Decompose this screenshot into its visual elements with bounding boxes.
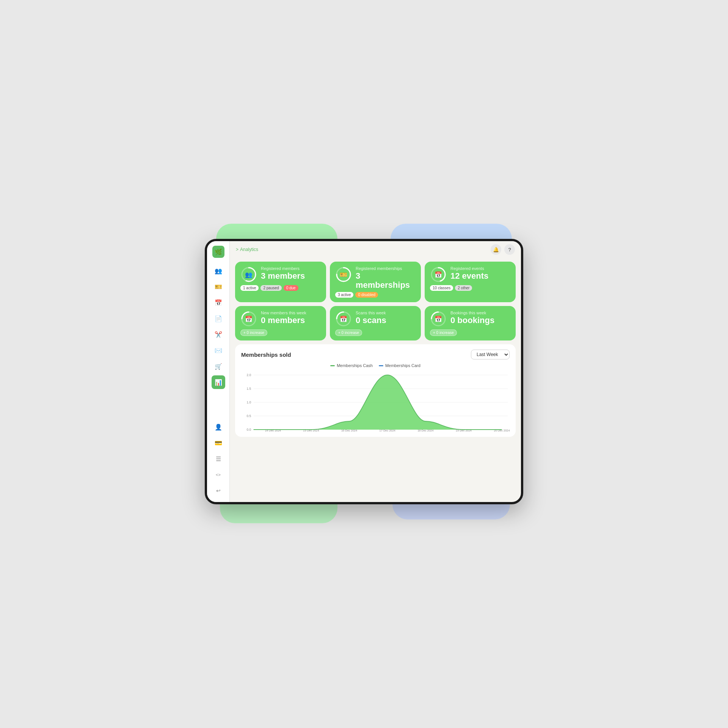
notification-button[interactable]: 🔔 [491, 244, 501, 255]
chart-svg: 0.0 0.5 1.0 1.5 2.0 14 [241, 371, 510, 431]
sidebar-item-shop[interactable]: 🛒 [212, 359, 225, 373]
members-label: Registered members [261, 266, 321, 271]
stat-registered-memberships: 🎫 Registered memberships 3 memberships 3… [330, 262, 421, 302]
memberships-badges: 3 active 0 disabled [335, 292, 416, 298]
legend-cash-dot [330, 365, 335, 366]
badge-active: 3 active [335, 292, 353, 298]
badge-increase: + 0 increase [335, 329, 362, 336]
sidebar-item-card[interactable]: 💳 [212, 436, 225, 450]
members-value: 3 members [261, 271, 321, 281]
badge-paused: 2 paused [260, 285, 281, 291]
bookings-progress-circle: 📅 [430, 311, 447, 327]
stat-new-members-week: 📅 New members this week 0 members + 0 in… [235, 306, 326, 340]
memberships-progress-circle: 🎫 [335, 266, 352, 283]
members-icon: 👥 [245, 271, 253, 278]
help-button[interactable]: ? [504, 244, 515, 255]
sidebar-item-calendar[interactable]: 📅 [212, 296, 225, 309]
app-logo: 🌿 [212, 246, 224, 258]
legend-card-dot [379, 365, 383, 366]
badge-active: 1 active [240, 285, 259, 291]
scans-label: Scans this week [356, 311, 416, 315]
stat-registered-members: 👥 Registered members 3 members 1 active … [235, 262, 326, 302]
scans-progress-circle: 📅 [335, 311, 352, 327]
new-members-icon: 📅 [245, 315, 253, 323]
x-label-6: 20 Dec 2024 [494, 429, 510, 431]
legend-card-label: Memberships Card [385, 363, 420, 368]
events-progress-circle: 📅 [430, 266, 447, 283]
breadcrumb-current: Analytics [240, 247, 258, 252]
badge-due: 0 due [284, 285, 298, 291]
bookings-icon: 📅 [435, 315, 442, 323]
x-label-0: 14 Dec 2024 [265, 429, 281, 431]
y-label-05: 0.5 [246, 414, 251, 418]
badge-disabled: 0 disabled [355, 292, 378, 298]
sidebar-item-members[interactable]: 👥 [212, 264, 225, 278]
stat-registered-events: 📅 Registered events 12 events 10 classes… [425, 262, 516, 302]
badge-increase: + 0 increase [430, 329, 457, 336]
scans-value: 0 scans [356, 316, 416, 325]
events-label: Registered events [450, 266, 510, 271]
y-label-2: 2.0 [246, 373, 251, 377]
sidebar-item-profile[interactable]: 👤 [212, 420, 225, 434]
sidebar-item-tools[interactable]: ✂️ [212, 328, 225, 341]
main-content: > Analytics 🔔 ? [230, 241, 521, 502]
sidebar-item-list[interactable]: ☰ [212, 452, 225, 466]
legend-card: Memberships Card [379, 363, 420, 368]
chart-time-range-select[interactable]: Last Week Last Month Last Year [471, 350, 510, 359]
legend-cash-label: Memberships Cash [337, 363, 373, 368]
members-progress-circle: 👥 [240, 266, 257, 283]
stat-bookings-week: 📅 Bookings this week 0 bookings + 0 incr… [425, 306, 516, 340]
new-members-badges: + 0 increase [240, 329, 321, 336]
chart-area: 0.0 0.5 1.0 1.5 2.0 14 [241, 371, 510, 431]
chart-legend: Memberships Cash Memberships Card [241, 363, 510, 368]
memberships-icon: 🎫 [340, 271, 347, 278]
sidebar-item-code[interactable]: <> [212, 468, 225, 482]
sidebar-item-tickets[interactable]: 🎫 [212, 280, 225, 293]
legend-cash: Memberships Cash [330, 363, 373, 368]
sidebar-item-analytics[interactable]: 📊 [212, 375, 225, 389]
breadcrumb: > Analytics [236, 247, 258, 252]
y-label-15: 1.5 [246, 387, 251, 391]
sidebar: 🌿 👥 🎫 📅 📄 ✂️ ✉️ 🛒 📊 👤 💳 ☰ <> ↩ [207, 241, 230, 502]
header-actions: 🔔 ? [491, 244, 515, 255]
sidebar-item-logout[interactable]: ↩ [212, 484, 225, 497]
chart-title: Memberships sold [241, 351, 291, 358]
page-header: > Analytics 🔔 ? [230, 241, 521, 258]
badge-other: 2 other [455, 285, 472, 291]
chart-header: Memberships sold Last Week Last Month La… [241, 350, 510, 359]
events-badges: 10 classes 2 other [430, 285, 510, 291]
device-frame: 🌿 👥 🎫 📅 📄 ✂️ ✉️ 🛒 📊 👤 💳 ☰ <> ↩ [205, 239, 523, 504]
events-icon: 📅 [435, 271, 442, 278]
events-value: 12 events [450, 271, 510, 281]
sidebar-item-mail[interactable]: ✉️ [212, 344, 225, 357]
y-label-1: 1.0 [246, 400, 251, 404]
badge-classes: 10 classes [430, 285, 453, 291]
breadcrumb-separator: > [236, 247, 238, 252]
sidebar-item-document[interactable]: 📄 [212, 312, 225, 325]
stats-row-1: 👥 Registered members 3 members 1 active … [235, 262, 516, 302]
stat-scans-week: 📅 Scans this week 0 scans + 0 increase [330, 306, 421, 340]
page-content: 👥 Registered members 3 members 1 active … [230, 258, 521, 502]
chart-section: Memberships sold Last Week Last Month La… [235, 344, 516, 437]
y-label-0: 0.0 [246, 428, 251, 431]
bookings-value: 0 bookings [450, 316, 510, 325]
new-members-value: 0 members [261, 316, 321, 325]
scans-icon: 📅 [340, 315, 347, 323]
stats-row-2: 📅 New members this week 0 members + 0 in… [235, 306, 516, 340]
new-members-progress-circle: 📅 [240, 311, 257, 327]
new-members-label: New members this week [261, 311, 321, 315]
bookings-label: Bookings this week [450, 311, 510, 315]
bookings-badges: + 0 increase [430, 329, 510, 336]
scans-badges: + 0 increase [335, 329, 416, 336]
memberships-label: Registered memberships [356, 266, 416, 271]
members-badges: 1 active 2 paused 0 due [240, 285, 321, 291]
badge-increase: + 0 increase [240, 329, 267, 336]
memberships-value: 3 memberships [356, 271, 416, 290]
